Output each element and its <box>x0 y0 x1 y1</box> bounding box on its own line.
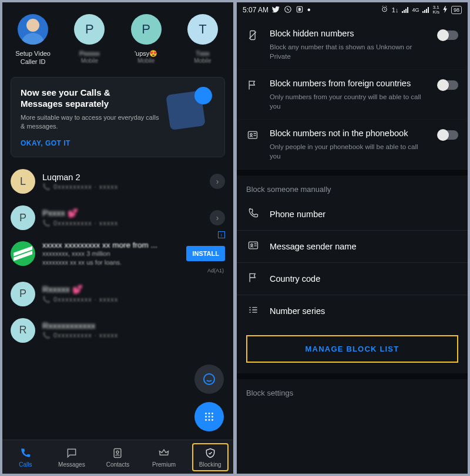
svg-rect-20 <box>249 242 258 249</box>
nav-premium[interactable]: Premium <box>146 444 182 470</box>
call-meta: 📞 0xxxxxxxxx · xxxxx <box>42 332 225 339</box>
svg-point-6 <box>212 416 213 418</box>
svg-point-8 <box>209 419 210 421</box>
call-meta: 📞 0xxxxxxxxx · xxxxx <box>42 220 203 227</box>
section-divider <box>237 170 468 175</box>
ad-badge: Ad(A1) <box>2 268 233 276</box>
banner-title: Now see your Calls & Messages separately <box>21 87 162 110</box>
call-avatar: R <box>11 318 35 343</box>
call-list-item[interactable]: P Pxxxx 💕 📞 0xxxxxxxxx · xxxxx › <box>2 200 233 236</box>
nav-label: Calls <box>19 461 32 468</box>
call-contact-name: Rxxxxx 💕 <box>42 285 225 295</box>
ad-info-icon[interactable]: i <box>218 231 225 238</box>
call-list-item[interactable]: P Rxxxxx 💕 📞 0xxxxxxxxx · xxxxx <box>2 276 233 312</box>
flag-icon <box>245 78 260 91</box>
call-list-item[interactable]: R Rxxxxxxxxxxx 📞 0xxxxxxxxx · xxxxx <box>2 312 233 349</box>
contact-circle: P <box>131 14 162 45</box>
fav-contact-3[interactable]: T Txxx Mobile <box>179 14 226 66</box>
fav-label: Setup Video Caller ID <box>15 49 51 66</box>
nav-label: Messages <box>58 461 85 468</box>
contacts-icon <box>111 447 124 460</box>
ad-subtitle: xxxxxxxx, xxxx 3 millionxxxxxxxx xx xx u… <box>42 249 179 266</box>
setting-block-foreign-countries[interactable]: Block numbers from foreign countries Onl… <box>237 70 468 120</box>
contact-card-icon <box>247 239 259 254</box>
inline-ad: i xxxxx xxxxxxxxx xx more from ... xxxxx… <box>2 236 233 276</box>
svg-rect-18 <box>249 131 257 139</box>
network-4g-label: 4G <box>412 7 419 13</box>
setting-block-not-in-phonebook[interactable]: Block numbers not in the phonebook Only … <box>237 120 468 170</box>
dialpad-fab[interactable] <box>194 402 224 431</box>
call-avatar: L <box>11 169 35 194</box>
nav-label: Contacts <box>106 461 129 468</box>
bottom-nav: Calls Messages Contacts Premium Blocking <box>2 440 233 474</box>
section-divider <box>237 373 468 379</box>
call-avatar: P <box>11 205 35 230</box>
block-settings-list: Block hidden numbers Block any number th… <box>237 18 468 474</box>
nav-blocking[interactable]: Blocking <box>192 443 229 471</box>
call-meta: 📞 0xxxxxxxxx · xxxxx <box>42 183 203 191</box>
calls-list: L Luqman 2 📞 0xxxxxxxxx · xxxxx › P Pxxx… <box>2 163 233 440</box>
nav-contacts[interactable]: Contacts <box>99 444 136 470</box>
option-label: Country code <box>270 274 320 283</box>
setting-title: Block hidden numbers <box>270 28 429 39</box>
chevron-right-icon[interactable]: › <box>210 174 225 189</box>
fav-setup-video-caller-id[interactable]: Setup Video Caller ID <box>9 14 56 66</box>
setting-title: Block numbers from foreign countries <box>270 78 429 89</box>
setting-desc: Only people in your phonebook will be ab… <box>270 142 429 161</box>
block-by-number-series[interactable]: Number series <box>237 295 468 327</box>
signal-icon-2 <box>422 7 429 13</box>
shield-check-icon <box>204 447 217 460</box>
setting-block-hidden-numbers[interactable]: Block hidden numbers Block any number th… <box>237 20 468 70</box>
alarm-icon <box>381 5 388 15</box>
option-label: Number series <box>270 306 325 316</box>
fav-label: 'upsy😍 <box>135 49 157 58</box>
svg-point-11 <box>116 451 119 453</box>
nav-calls[interactable]: Calls <box>7 444 43 470</box>
svg-point-5 <box>209 416 210 418</box>
fav-contact-1[interactable]: P Pxxxxx Mobile <box>66 14 113 66</box>
ad-install-button[interactable]: INSTALL <box>186 246 225 261</box>
ad-title: xxxxx xxxxxxxxx xx more from ... <box>42 241 179 249</box>
chevron-right-icon[interactable]: › <box>210 210 225 225</box>
signal-icon <box>402 7 408 13</box>
svg-text:B: B <box>298 8 301 11</box>
block-by-sender-name[interactable]: Message sender name <box>237 231 468 263</box>
svg-point-2 <box>209 413 210 414</box>
block-by-country-code[interactable]: Country code <box>237 263 468 295</box>
nfc-icon: 1↓ <box>392 6 399 13</box>
svg-point-7 <box>205 419 207 421</box>
call-contact-name: Luqman 2 <box>42 173 203 182</box>
section-header-manual: Block someone manually <box>237 175 468 198</box>
voip-call-fab[interactable] <box>194 364 224 394</box>
setting-desc: Only numbers from your country will be a… <box>270 92 429 111</box>
svg-point-9 <box>212 419 213 421</box>
svg-point-0 <box>204 374 214 384</box>
svg-point-19 <box>250 134 252 136</box>
fav-sublabel: Mobile <box>81 58 98 64</box>
fav-label: Txxx <box>196 49 209 58</box>
right-screen-blocking-settings: 5:07 AM B • 1↓ 4G 3.1 K/s 98 B <box>237 2 468 474</box>
status-time: 5:07 AM <box>243 6 268 14</box>
block-by-phone-number[interactable]: Phone number <box>237 198 468 231</box>
fav-contact-2[interactable]: P 'upsy😍 Mobile <box>123 14 170 66</box>
call-contact-name: Rxxxxxxxxxxx <box>42 321 225 330</box>
ad-logo-icon <box>11 241 35 266</box>
banner-okay-button[interactable]: OKAY, GOT IT <box>21 139 162 147</box>
manage-block-list-button[interactable]: MANAGE BLOCK LIST <box>246 335 458 363</box>
setting-desc: Block any number that is shown as Unknow… <box>270 42 429 61</box>
toggle-switch[interactable] <box>438 130 458 140</box>
crown-icon <box>157 447 170 460</box>
avatar-icon <box>18 14 48 45</box>
nav-label: Blocking <box>199 461 221 468</box>
banner-description: More suitable way to access your everyda… <box>21 113 162 131</box>
toggle-switch[interactable] <box>438 80 458 90</box>
phone-hidden-icon <box>245 28 260 41</box>
contact-card-icon <box>245 128 260 141</box>
app-badge-icon: B <box>296 5 304 15</box>
nav-messages[interactable]: Messages <box>53 444 90 470</box>
contact-circle: P <box>74 14 105 45</box>
fav-label: Pxxxxx <box>79 49 100 58</box>
call-avatar: P <box>11 282 35 306</box>
call-list-item[interactable]: L Luqman 2 📞 0xxxxxxxxx · xxxxx › <box>2 163 233 200</box>
toggle-switch[interactable] <box>438 31 458 40</box>
